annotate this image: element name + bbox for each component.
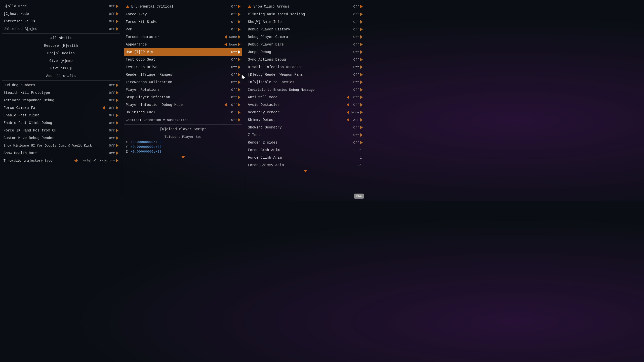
weaponmod-debug-right-arrow[interactable] [116, 99, 118, 102]
invisible-enemies-value: Off [349, 80, 359, 84]
use-tpp-vis-value: Off [227, 50, 237, 54]
col3-scroll-down[interactable] [246, 170, 364, 172]
use-tpp-vis-right-arrow[interactable] [238, 50, 240, 54]
climbing-anim-right-arrow[interactable] [360, 13, 363, 16]
throwable-traj-right-arrow[interactable] [116, 159, 118, 162]
geometry-render-right-arrow[interactable] [360, 111, 363, 114]
cheat-mode-right-arrow[interactable] [116, 12, 118, 16]
gold-mode-right-arrow[interactable] [116, 5, 118, 8]
jumps-debug-label: Jumps Debug [248, 50, 349, 54]
z-test-label: Z Test [248, 133, 349, 137]
show-anim-info-right-arrow[interactable] [360, 20, 363, 24]
give-1000-btn[interactable]: Give 1000$ [2, 65, 120, 72]
geometry-render-item: Geometry Render None [246, 109, 364, 116]
show-health-bars-right-arrow[interactable] [116, 151, 118, 155]
enable-fast-climb-debug-right-arrow[interactable] [116, 121, 118, 125]
test-coop-seat-right-arrow[interactable] [238, 58, 240, 61]
player-rotations-right-arrow[interactable] [238, 88, 240, 92]
appearance-right-arrow[interactable] [238, 43, 240, 46]
jumps-debug-right-arrow[interactable] [360, 50, 363, 54]
z-test-right-arrow[interactable] [360, 133, 363, 137]
appearance-left-arrow[interactable] [224, 43, 227, 46]
invisible-enemies-right-arrow[interactable] [360, 80, 363, 84]
col2-header-up-arrow[interactable] [126, 5, 129, 8]
unlimited-ammo-right-arrow[interactable] [116, 27, 118, 31]
col2-header-right-arrow[interactable] [238, 5, 240, 8]
player-infection-debug-right-arrow[interactable] [238, 103, 240, 107]
player-rotations-label: Player Rotations [126, 88, 227, 92]
test-coop-drive-right-arrow[interactable] [238, 65, 240, 69]
teleport-z-value[interactable]: +0.00000000e+00 [131, 150, 162, 154]
force-grab-anim-value: -1 [352, 148, 362, 152]
reload-script-btn[interactable]: [R]eload Player Script [124, 125, 242, 133]
shimmy-detect-item: Shimmy Detect ALL [246, 116, 364, 124]
invisible-enemies-debug-right-arrow[interactable] [360, 88, 363, 92]
showing-geometry-value: Off [349, 126, 359, 129]
force-hit-slomo-right-arrow[interactable] [238, 20, 240, 24]
use-tpp-vis-item[interactable]: Use [T]PP Vis Off [124, 48, 242, 56]
player-infection-debug-left-arrow[interactable] [224, 103, 227, 107]
debug-player-camera-item: Debug Player Camera Off [246, 33, 364, 41]
enable-fast-climb-right-arrow[interactable] [116, 114, 118, 117]
debug-player-dirs-right-arrow[interactable] [360, 43, 363, 46]
force-camera-right-arrow[interactable] [116, 106, 118, 110]
pvp-right-arrow[interactable] [238, 28, 240, 31]
debug-player-history-right-arrow[interactable] [360, 28, 363, 31]
shimmy-detect-right-arrow[interactable] [360, 118, 363, 122]
chemical-detection-right-arrow[interactable] [238, 118, 240, 122]
avoid-obstacles-left-arrow[interactable] [347, 103, 349, 107]
shimmy-detect-label: Shimmy Detect [248, 118, 347, 122]
anti-wall-right-arrow[interactable] [360, 96, 363, 99]
custom-move-right-arrow[interactable] [116, 136, 118, 140]
col3-header-right-arrow[interactable] [360, 5, 363, 8]
esc-badge[interactable]: ESC [354, 194, 364, 199]
sync-actions-debug-item: Sync Actions Debug Off [246, 56, 364, 63]
reload-script-label: [R]eload Player Script [160, 127, 207, 131]
disable-infection-item: Disable Infection Attacks Off [246, 63, 364, 71]
teleport-x-value[interactable]: +0.00000000e+00 [131, 141, 162, 144]
shimmy-detect-left-arrow[interactable] [347, 118, 349, 122]
fireweapon-cal-right-arrow[interactable] [238, 80, 240, 84]
debug-player-camera-right-arrow[interactable] [360, 35, 363, 39]
all-skills-btn[interactable]: All skills [2, 34, 120, 42]
teleport-x-label: X [126, 140, 131, 144]
force-ik-right-arrow[interactable] [116, 129, 118, 132]
gold-mode-value: Off [105, 5, 115, 8]
showing-geometry-right-arrow[interactable] [360, 126, 363, 129]
col2-down-arrow-icon [181, 156, 185, 159]
anti-wall-left-arrow[interactable] [347, 96, 349, 99]
add-crafts-btn[interactable]: Add all crafts [2, 72, 120, 80]
give-ammo-btn[interactable]: Give [A]mmo [2, 57, 120, 65]
gold-mode-item: G[o]ld Mode Off [2, 3, 120, 10]
debug-render-weapon-right-arrow[interactable] [360, 73, 363, 76]
anti-wall-label: Anti Wall Mode [248, 95, 347, 99]
column-3: Show Climb Arrows Off Climbing anim spee… [244, 3, 366, 199]
avoid-obstacles-right-arrow[interactable] [360, 103, 363, 107]
force-camera-left-arrow[interactable] [102, 106, 105, 110]
force-xray-right-arrow[interactable] [238, 13, 240, 16]
col2-scroll-down[interactable] [124, 156, 242, 159]
col3-header-label: Show Climb Arrows [253, 5, 349, 9]
render-itrigger-right-arrow[interactable] [238, 73, 240, 76]
forced-char-right-arrow[interactable] [238, 35, 240, 39]
stealth-kill-right-arrow[interactable] [116, 91, 118, 95]
forced-char-left-arrow[interactable] [224, 35, 227, 39]
teleport-y-value[interactable]: +0.00000000e+00 [131, 145, 162, 149]
teleport-title: Teleport Player to: [126, 134, 241, 140]
divider-1 [2, 33, 120, 34]
stop-infection-right-arrow[interactable] [238, 96, 240, 99]
unlimited-fuel-right-arrow[interactable] [238, 111, 240, 114]
col3-header-up-arrow[interactable] [248, 5, 251, 8]
geometry-render-left-arrow[interactable] [347, 111, 349, 114]
disable-infection-right-arrow[interactable] [360, 65, 363, 69]
infection-kills-right-arrow[interactable] [116, 20, 118, 23]
show-health-bars-value: Off [105, 151, 115, 155]
debug-player-dirs-item: Debug Player Dirs Off [246, 41, 364, 48]
render-2sides-right-arrow[interactable] [360, 141, 363, 144]
drop-health-btn[interactable]: Dro[p] Health [2, 50, 120, 57]
hud-dmg-right-arrow[interactable] [116, 83, 118, 87]
restore-health-btn[interactable]: Restore [H]ealth [2, 42, 120, 50]
sync-actions-debug-right-arrow[interactable] [360, 58, 363, 61]
show-minigame-right-arrow[interactable] [116, 144, 118, 147]
throwable-traj-left-arrow[interactable] [74, 159, 77, 162]
